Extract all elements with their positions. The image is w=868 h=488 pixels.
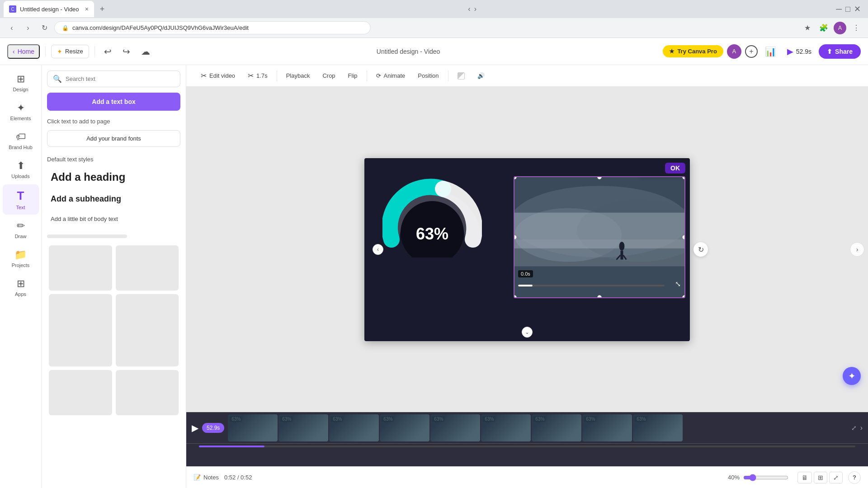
minimize-button[interactable]: ─	[836, 4, 842, 14]
try-pro-button[interactable]: ★ Try Canva Pro	[663, 45, 723, 57]
animate-button[interactable]: ⟳ Animate	[371, 70, 411, 82]
canvas[interactable]: 63%	[364, 158, 690, 341]
panel-section-title: Default text styles	[42, 154, 186, 166]
sidebar-item-projects[interactable]: 📁 Projects	[3, 244, 39, 272]
svg-rect-9	[621, 250, 623, 259]
volume-button[interactable]: 🔊	[472, 70, 490, 82]
play-button[interactable]: ▶ 52.9s	[783, 45, 815, 58]
analytics-button[interactable]: 📊	[761, 44, 780, 59]
timeline-duration-button[interactable]: 52.9s	[202, 423, 224, 433]
timeline-frame-2[interactable]: 63%	[278, 414, 328, 441]
timeline-end-button[interactable]: ›	[860, 424, 863, 432]
rotate-handle[interactable]: ↻	[514, 297, 599, 298]
video-progress-bar[interactable]	[518, 285, 665, 286]
browser-tab[interactable]: C Untitled design - Video ×	[4, 1, 94, 17]
home-button[interactable]: ‹ Home	[7, 44, 40, 59]
maximize-button[interactable]: □	[845, 4, 850, 14]
subheading-style-item[interactable]: Add a subheading	[45, 190, 182, 208]
toolbar-divider-1	[45, 46, 46, 57]
zoom-slider[interactable]	[743, 474, 788, 481]
timeline-frame-6[interactable]: 63%	[481, 414, 531, 441]
crop-button[interactable]: Crop	[317, 70, 340, 82]
projects-icon: 📁	[14, 249, 27, 261]
canvas-refresh-button[interactable]: ↻	[693, 242, 708, 257]
video-element[interactable]: 0.0s ⤡	[514, 176, 685, 298]
desktop-view-button[interactable]: 🖥	[797, 472, 812, 483]
share-button[interactable]: ⬆ Share	[819, 44, 861, 59]
redo-button[interactable]: ↪	[119, 44, 134, 59]
flip-button[interactable]: Flip	[343, 70, 363, 82]
timeline-frame-1[interactable]: 63%	[228, 414, 278, 441]
timeline-scrubber[interactable]	[199, 446, 855, 447]
sidebar-label-uploads: Uploads	[11, 174, 29, 179]
sec-divider-3	[448, 70, 448, 81]
tab-close-button[interactable]: ×	[85, 5, 89, 13]
position-button[interactable]: Position	[412, 70, 444, 82]
back-button[interactable]: ‹	[5, 22, 18, 34]
resize-button[interactable]: ✦ Resize	[51, 45, 89, 58]
menu-button[interactable]: ⋮	[850, 22, 863, 34]
sidebar-item-apps[interactable]: ⊞ Apps	[3, 273, 39, 301]
extensions-button[interactable]: 🧩	[817, 22, 830, 34]
forward-button[interactable]: ›	[22, 22, 34, 34]
canvas-ok-button[interactable]: OK	[665, 163, 685, 174]
undo-button[interactable]: ↩	[100, 44, 115, 59]
new-tab-button[interactable]: +	[96, 3, 108, 15]
close-button[interactable]: ✕	[854, 4, 861, 14]
sidebar-item-draw[interactable]: ✏ Draw	[3, 216, 39, 244]
tab-scroll-left[interactable]: ‹	[468, 5, 470, 13]
magic-ai-button[interactable]: ✦	[843, 367, 861, 385]
handle-middle-right[interactable]	[682, 235, 685, 239]
handle-bottom-right[interactable]	[682, 295, 685, 298]
refresh-button[interactable]: ↻	[38, 22, 51, 34]
add-textbox-button[interactable]: Add a text box	[47, 93, 180, 111]
timeline-frame-5[interactable]: 63%	[430, 414, 480, 441]
sidebar-item-elements[interactable]: ✦ Elements	[3, 98, 39, 126]
handle-bottom-middle[interactable]	[597, 295, 602, 298]
timeline-frame-8[interactable]: 63%	[582, 414, 632, 441]
lock-icon: 🔒	[62, 25, 69, 31]
heading-style-item[interactable]: Add a heading	[45, 166, 182, 188]
app: ‹ Home ✦ Resize ↩ ↪ ☁ Untitled design - …	[0, 38, 868, 488]
scissors-time-button[interactable]: ✂ 1.7s	[242, 69, 273, 83]
gauge-chart: 63%	[382, 167, 482, 258]
loading-card-2	[116, 245, 179, 291]
collapse-left-button[interactable]: ‹	[373, 244, 383, 255]
brand-fonts-button[interactable]: Add your brand fonts	[47, 130, 180, 147]
grid-view-button[interactable]: ⊞	[814, 472, 827, 483]
search-input[interactable]	[66, 75, 175, 82]
profile-avatar[interactable]: A	[834, 22, 846, 34]
sidebar-item-brand-hub[interactable]: 🏷 Brand Hub	[3, 127, 39, 155]
timeline-play-button[interactable]: ▶	[192, 422, 198, 433]
video-expand-icon[interactable]: ⤡	[675, 280, 681, 288]
timeline-frame-3[interactable]: 63%	[329, 414, 379, 441]
playback-button[interactable]: Playback	[281, 70, 316, 82]
panel-search: 🔍	[42, 65, 186, 93]
handle-top-right[interactable]	[682, 176, 685, 179]
collapse-right-button[interactable]: ›	[850, 242, 864, 257]
timeline-frame-4[interactable]: 63%	[380, 414, 429, 441]
sidebar-item-uploads[interactable]: ⬆ Uploads	[3, 155, 39, 183]
sidebar-item-design[interactable]: ⊞ Design	[3, 69, 39, 97]
edit-video-button[interactable]: ✂ Edit video	[195, 69, 241, 83]
address-bar[interactable]: 🔒 canva.com/design/DAFeU5Ay0PQ/dJUIJSQ9V…	[54, 21, 371, 34]
user-avatar[interactable]: A	[727, 44, 741, 59]
bookmark-button[interactable]: ★	[801, 22, 814, 34]
body-style-item[interactable]: Add a little bit of body text	[45, 210, 182, 227]
fullscreen-button[interactable]: ⤢	[829, 472, 843, 483]
collapse-down-button[interactable]: ⌄	[522, 327, 533, 338]
cloud-save-button[interactable]: ☁	[137, 44, 154, 59]
sidebar-item-text[interactable]: T Text	[3, 184, 39, 215]
tab-scroll-right[interactable]: ›	[474, 5, 476, 13]
timeline-expand-button[interactable]: ⤢	[851, 424, 857, 432]
search-box[interactable]: 🔍	[47, 70, 180, 87]
timeline-frame-7[interactable]: 63%	[532, 414, 581, 441]
add-collaborator-button[interactable]: +	[745, 45, 758, 58]
left-sidebar: ⊞ Design ✦ Elements 🏷 Brand Hub ⬆ Upload…	[0, 65, 42, 488]
notes-button[interactable]: 📝 Notes	[193, 474, 219, 481]
draw-icon: ✏	[17, 220, 25, 232]
sidebar-label-apps: Apps	[15, 291, 26, 297]
help-button[interactable]: ?	[848, 471, 861, 484]
timeline-frame-9[interactable]: 63%	[633, 414, 683, 441]
transparency-button[interactable]	[452, 70, 470, 82]
